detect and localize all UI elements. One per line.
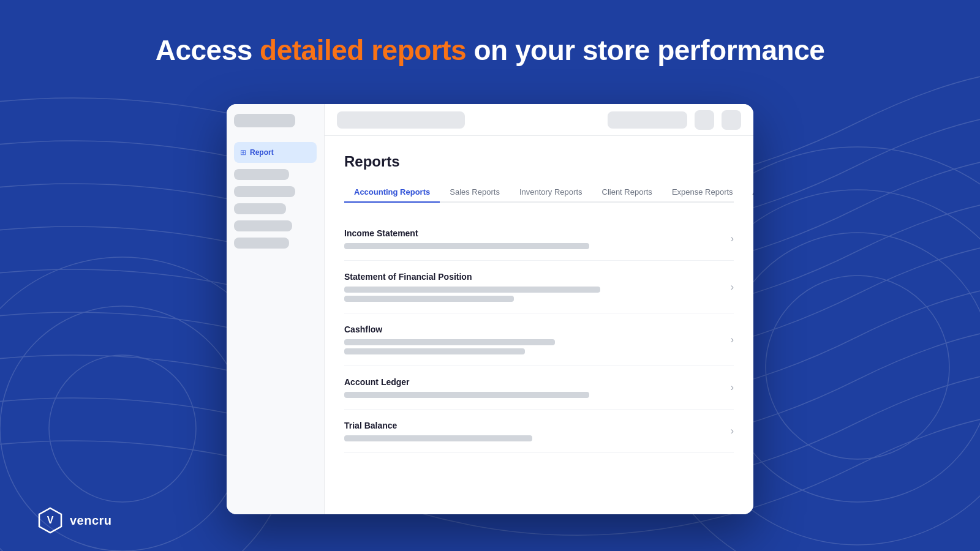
- tabs-container: Accounting Reports Sales Reports Invento…: [344, 182, 734, 203]
- chevron-right-icon: ›: [731, 425, 734, 437]
- sidebar-item-3[interactable]: [234, 203, 286, 214]
- hero-title-after: on your store performance: [466, 34, 824, 66]
- report-list: Income Statement › Statement of Financia…: [344, 217, 734, 453]
- brand-hex-icon: V: [37, 507, 64, 534]
- desc-line: [344, 348, 525, 354]
- chevron-right-icon: ›: [731, 382, 734, 393]
- chevron-right-icon: ›: [731, 334, 734, 345]
- topbar-button-1[interactable]: [608, 111, 687, 129]
- desc-line: [344, 435, 532, 441]
- sidebar-item-2[interactable]: [234, 186, 295, 197]
- tab-expense-reports[interactable]: Expense Reports: [662, 182, 743, 203]
- svg-point-4: [49, 355, 196, 502]
- search-input[interactable]: [337, 111, 465, 129]
- tab-accounting-reports[interactable]: Accounting Reports: [344, 182, 440, 203]
- report-title-trial-balance: Trial Balance: [344, 421, 721, 430]
- report-item-trial-balance[interactable]: Trial Balance ›: [344, 410, 734, 453]
- report-title-cashflow: Cashflow: [344, 324, 721, 334]
- desc-line: [344, 287, 600, 293]
- sidebar-logo: [234, 114, 295, 127]
- chevron-right-icon: ›: [731, 233, 734, 244]
- hero-title: Access detailed reports on your store pe…: [0, 34, 980, 67]
- sidebar-item-report[interactable]: ⊞ Report: [234, 142, 317, 163]
- tab-audit-trial[interactable]: Audit Trial: [743, 182, 753, 203]
- report-icon: ⊞: [240, 148, 246, 157]
- sidebar: ⊞ Report: [227, 104, 325, 514]
- desc-line: [344, 296, 514, 302]
- desc-line: [344, 243, 589, 249]
- sidebar-item-label: Report: [250, 148, 274, 157]
- tab-sales-reports[interactable]: Sales Reports: [440, 182, 510, 203]
- sidebar-item-1[interactable]: [234, 169, 289, 180]
- content-area: Reports Accounting Reports Sales Reports…: [325, 136, 753, 514]
- page-title: Reports: [344, 153, 734, 170]
- hero-title-before: Access: [156, 34, 260, 66]
- report-title-financial-position: Statement of Financial Position: [344, 272, 721, 282]
- report-title-income-statement: Income Statement: [344, 228, 721, 238]
- desc-line: [344, 392, 589, 398]
- report-item-income-statement[interactable]: Income Statement ›: [344, 217, 734, 261]
- sidebar-item-4[interactable]: [234, 220, 292, 231]
- topbar-button-2[interactable]: [695, 110, 714, 130]
- tab-inventory-reports[interactable]: Inventory Reports: [510, 182, 592, 203]
- chevron-right-icon: ›: [731, 282, 734, 293]
- tab-client-reports[interactable]: Client Reports: [592, 182, 662, 203]
- desc-line: [344, 339, 555, 345]
- sidebar-item-5[interactable]: [234, 238, 289, 249]
- svg-text:V: V: [47, 515, 54, 525]
- topbar-button-3[interactable]: [722, 110, 741, 130]
- brand-logo: V vencru: [37, 507, 112, 534]
- svg-point-1: [723, 233, 980, 502]
- report-item-cashflow[interactable]: Cashflow ›: [344, 313, 734, 366]
- main-content: Reports Accounting Reports Sales Reports…: [325, 104, 753, 514]
- svg-point-0: [766, 276, 949, 459]
- report-title-account-ledger: Account Ledger: [344, 377, 721, 387]
- report-item-financial-position[interactable]: Statement of Financial Position ›: [344, 261, 734, 313]
- top-bar: [325, 104, 753, 136]
- app-window: ⊞ Report Reports Accounting Reports Sale…: [227, 104, 753, 514]
- hero-title-highlight: detailed reports: [260, 34, 466, 66]
- report-item-account-ledger[interactable]: Account Ledger ›: [344, 366, 734, 410]
- brand-name: vencru: [70, 514, 112, 528]
